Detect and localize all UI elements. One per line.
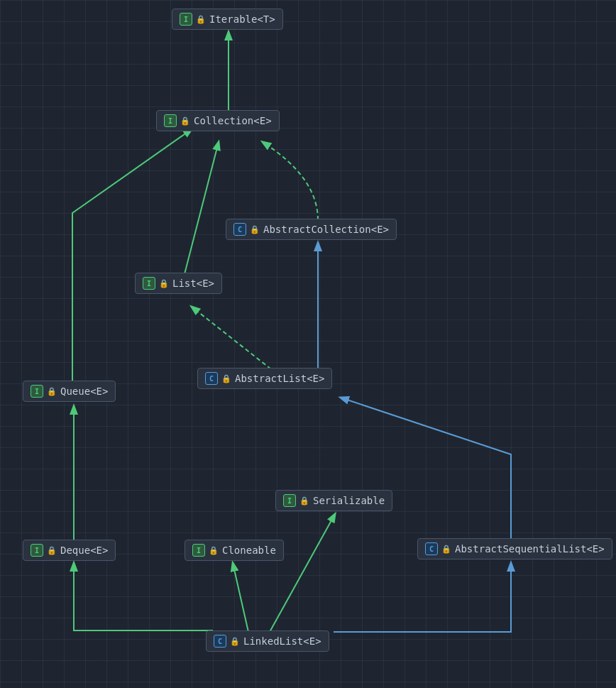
badge-interface: I [180, 13, 192, 26]
node-label: Iterable<T> [209, 13, 275, 25]
lock-icon: 🔒 [221, 374, 231, 383]
lock-icon: 🔒 [230, 637, 240, 646]
svg-line-4 [270, 514, 335, 632]
node-cloneable[interactable]: I 🔒 Cloneable [185, 540, 284, 561]
node-label: AbstractList<E> [235, 373, 324, 384]
badge-class: C [214, 635, 226, 648]
node-deque[interactable]: I 🔒 Deque<E> [23, 540, 116, 561]
connections-svg [0, 0, 616, 688]
node-label: Queue<E> [60, 386, 108, 397]
node-abstract-list[interactable]: C 🔒 AbstractList<E> [197, 368, 332, 389]
node-label: AbstractCollection<E> [263, 224, 389, 235]
badge-interface: I [192, 544, 205, 557]
svg-line-5 [233, 563, 248, 632]
badge-class: C [425, 542, 438, 555]
node-label: List<E> [172, 278, 214, 289]
badge-class: C [205, 372, 218, 385]
node-serializable[interactable]: I 🔒 Serializable [275, 490, 392, 511]
node-label: LinkedList<E> [243, 635, 321, 647]
lock-icon: 🔒 [47, 546, 57, 555]
node-abstract-sequential-list[interactable]: C 🔒 AbstractSequentialList<E> [417, 538, 612, 559]
lock-icon: 🔒 [47, 387, 57, 396]
lock-icon: 🔒 [180, 116, 190, 126]
lock-icon: 🔒 [441, 545, 451, 554]
lock-icon: 🔒 [250, 225, 260, 234]
badge-interface: I [164, 114, 177, 127]
node-label: Serializable [313, 495, 385, 506]
node-linked-list[interactable]: C 🔒 LinkedList<E> [206, 630, 329, 652]
node-label: AbstractSequentialList<E> [455, 543, 605, 555]
svg-line-1 [185, 142, 219, 274]
badge-interface: I [31, 385, 43, 398]
lock-icon: 🔒 [159, 279, 169, 288]
lock-icon: 🔒 [209, 546, 219, 555]
lock-icon: 🔒 [196, 15, 206, 24]
node-label: Deque<E> [60, 545, 108, 556]
badge-class: C [233, 223, 246, 236]
node-list[interactable]: I 🔒 List<E> [135, 273, 222, 294]
node-label: Cloneable [222, 545, 276, 556]
lock-icon: 🔒 [299, 496, 309, 506]
badge-interface: I [143, 277, 155, 290]
badge-interface: I [31, 544, 43, 557]
node-abstract-collection[interactable]: C 🔒 AbstractCollection<E> [226, 219, 397, 240]
badge-interface: I [283, 494, 296, 507]
node-label: Collection<E> [194, 115, 272, 126]
node-iterable[interactable]: I 🔒 Iterable<T> [172, 9, 283, 30]
node-queue[interactable]: I 🔒 Queue<E> [23, 381, 116, 402]
node-collection[interactable]: I 🔒 Collection<E> [156, 110, 280, 131]
